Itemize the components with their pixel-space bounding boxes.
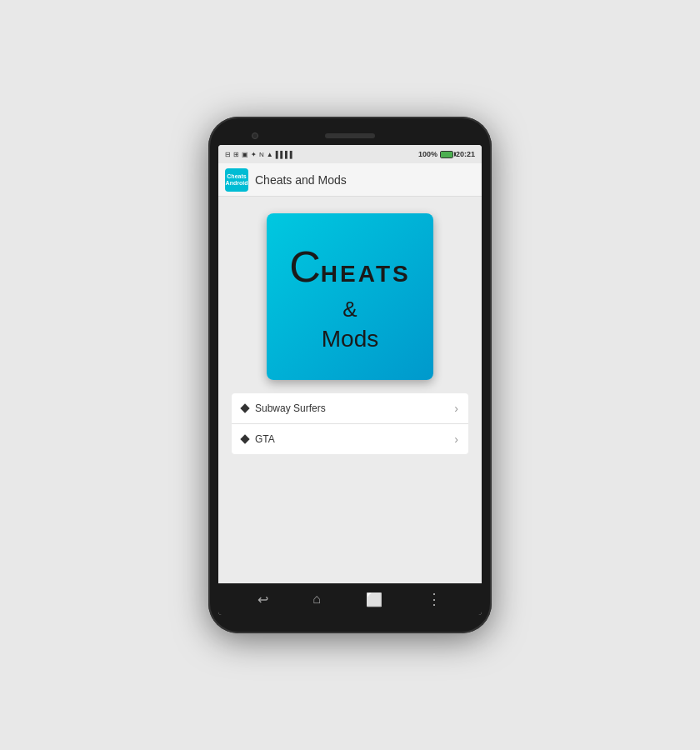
recents-button[interactable]: ⬜ — [366, 592, 382, 608]
logo-first-line: CHEATS — [289, 239, 410, 296]
nav-bar: ↩ ⌂ ⬜ ⋮ — [218, 583, 482, 615]
menu-item-gta[interactable]: GTA › — [232, 424, 468, 454]
diamond-icon-2 — [240, 434, 249, 443]
cheats-logo-text: CHEATS & Mods — [289, 239, 410, 354]
image-icon: ▣ — [242, 151, 248, 158]
menu-item-label-2: GTA — [255, 433, 275, 445]
menu-item-left-2: GTA — [242, 433, 275, 445]
menu-item-label-1: Subway Surfers — [255, 402, 326, 414]
logo-mods: Mods — [289, 324, 410, 354]
status-right: 100% 20:21 — [418, 150, 475, 158]
app-bar: Cheats Android Cheats and Mods — [218, 163, 482, 197]
cheats-logo: CHEATS & Mods — [267, 213, 433, 380]
phone-camera — [252, 132, 258, 139]
screen-content: CHEATS & Mods Subway Surfers › — [218, 197, 482, 583]
app-icon: Cheats Android — [225, 168, 248, 192]
chevron-right-1: › — [454, 402, 458, 415]
logo-big-c: C — [289, 242, 321, 291]
more-button[interactable]: ⋮ — [427, 590, 442, 608]
logo-rest: HEATS — [321, 261, 411, 287]
usb-icon: ⊟ — [225, 151, 231, 158]
app-title: Cheats and Mods — [255, 173, 347, 187]
phone-top-bar — [218, 127, 482, 145]
battery-percent: 100% — [418, 150, 438, 158]
nfc-icon: N — [259, 151, 264, 158]
menu-item-left-1: Subway Surfers — [242, 402, 326, 414]
menu-list: Subway Surfers › GTA › — [232, 393, 468, 454]
status-bar: ⊟ ⊞ ▣ ✦ N ▲ ▌▌▌▌ 100% 20:21 — [218, 145, 482, 163]
home-button[interactable]: ⌂ — [312, 592, 321, 607]
battery-icon — [440, 151, 453, 158]
phone-bottom — [218, 615, 482, 623]
battery-fill — [441, 152, 452, 158]
phone-speaker — [325, 133, 375, 138]
diamond-icon-1 — [240, 403, 249, 412]
phone-screen: ⊟ ⊞ ▣ ✦ N ▲ ▌▌▌▌ 100% 20:21 Cheats — [218, 145, 482, 615]
chevron-right-2: › — [454, 432, 458, 446]
app-icon-text: Cheats Android — [226, 173, 248, 186]
bluetooth-icon: ✦ — [251, 151, 257, 158]
grid-icon: ⊞ — [233, 151, 239, 158]
phone-device: ⊟ ⊞ ▣ ✦ N ▲ ▌▌▌▌ 100% 20:21 Cheats — [208, 117, 492, 633]
logo-amp: & — [289, 296, 410, 324]
menu-item-subway-surfers[interactable]: Subway Surfers › — [232, 393, 468, 424]
signal-icon: ▌▌▌▌ — [276, 151, 295, 158]
status-left-icons: ⊟ ⊞ ▣ ✦ N ▲ ▌▌▌▌ — [225, 151, 294, 158]
time-display: 20:21 — [456, 150, 475, 158]
wifi-icon: ▲ — [267, 151, 273, 158]
back-button[interactable]: ↩ — [258, 592, 268, 608]
